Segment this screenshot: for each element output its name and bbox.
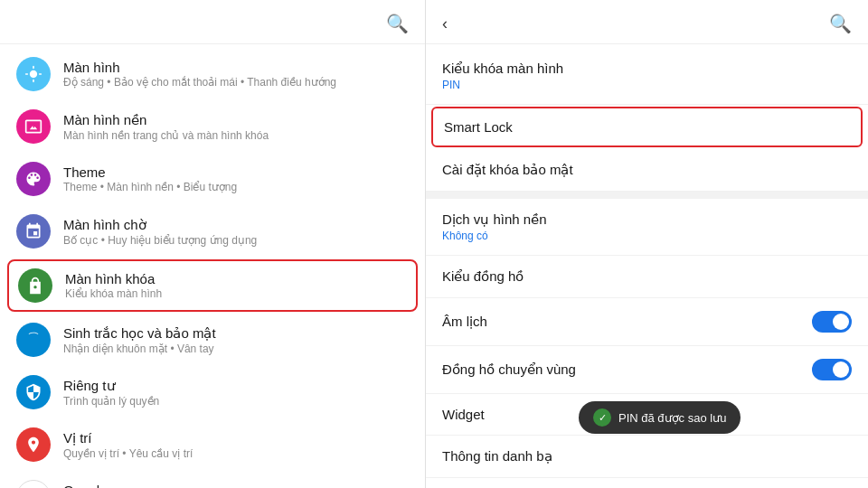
privacy-title: Riêng tư [63,378,409,394]
biometric-text: Sinh trắc học và bảo mậtNhận diện khuôn … [63,325,409,355]
right-item-row-wallpaper-service: Dịch vụ hình nềnKhông có [442,211,852,242]
toast-icon: ✓ [593,408,611,427]
right-item-security-settings[interactable]: Cài đặt khóa bảo mật [426,149,868,192]
biometric-icon [16,323,51,357]
back-icon[interactable]: ‹ [442,14,448,33]
sidebar-item-display[interactable]: Màn hìnhĐộ sáng • Bảo vệ cho mắt thoải m… [0,48,425,100]
sidebar-item-theme[interactable]: ThemeTheme • Màn hình nền • Biểu tượng [0,153,425,205]
display-text: Màn hìnhĐộ sáng • Bảo vệ cho mắt thoải m… [63,60,409,89]
right-item-title-security-settings: Cài đặt khóa bảo mật [442,162,573,178]
lockscreen-icon [18,268,52,303]
right-search-icon[interactable]: 🔍 [829,13,852,34]
location-text: Vị tríQuyền vị trí • Yêu cầu vị trí [63,430,409,460]
lockscreen-title: Màn hình khóa [65,271,407,286]
sidebar-item-aod[interactable]: Màn hình chờBố cục • Huy hiệu biểu tượng… [0,205,425,258]
left-list: Màn hìnhĐộ sáng • Bảo vệ cho mắt thoải m… [0,44,425,488]
aod-subtitle: Bố cục • Huy hiệu biểu tượng ứng dụng [63,234,409,247]
right-item-text-wallpaper-service: Dịch vụ hình nềnKhông có [442,211,547,242]
right-item-title-roaming-clock: Đồng hồ chuyển vùng [442,361,576,378]
divider [426,192,868,199]
right-item-title-wallpaper-service: Dịch vụ hình nền [442,211,547,228]
right-item-notifications[interactable]: Thông báoChỉ biểu tượng [426,478,868,488]
theme-text: ThemeTheme • Màn hình nền • Biểu tượng [63,164,409,193]
right-item-text-clock-style: Kiểu đồng hồ [442,268,524,285]
google-title: Google [63,483,409,488]
wallpaper-title: Màn hình nền [63,112,409,128]
right-item-row-security-settings: Cài đặt khóa bảo mật [442,162,852,178]
right-header-left: ‹ [442,14,455,33]
sidebar-item-wallpaper[interactable]: Màn hình nềnMàn hình nền trang chủ và mà… [0,100,425,153]
google-icon: G [16,480,51,488]
right-item-title-widget: Widget [442,407,485,422]
sidebar-item-privacy[interactable]: Riêng tưTrình quản lý quyền [0,366,425,418]
lockscreen-subtitle: Kiểu khóa màn hình [65,287,407,300]
right-item-title-smart-lock: Smart Lock [444,119,513,135]
lockscreen-text: Màn hình khóaKiểu khóa màn hình [65,271,407,300]
right-header: ‹ 🔍 [426,0,868,44]
privacy-text: Riêng tưTrình quản lý quyền [63,378,409,408]
location-title: Vị trí [63,430,409,446]
right-item-subtitle-lock-type: PIN [442,79,563,91]
right-item-row-lock-type: Kiểu khóa màn hìnhPIN [442,61,852,91]
right-item-contact-info[interactable]: Thông tin danh bạ [426,436,868,478]
right-item-title-contact-info: Thông tin danh bạ [442,448,552,465]
toggle-always-on[interactable] [812,311,852,333]
left-header: 🔍 [0,0,425,44]
biometric-subtitle: Nhận diện khuôn mặt • Vân tay [63,343,409,355]
right-item-roaming-clock[interactable]: Đồng hồ chuyển vùng [426,346,868,394]
right-item-lock-type[interactable]: Kiểu khóa màn hìnhPIN [426,48,868,105]
right-item-text-always-on: Âm lịch [442,314,487,330]
aod-title: Màn hình chờ [63,217,409,233]
wallpaper-subtitle: Màn hình nền trang chủ và màn hình khóa [63,129,409,142]
right-item-row-always-on: Âm lịch [442,311,852,333]
display-title: Màn hình [63,60,409,75]
left-search-icon[interactable]: 🔍 [386,13,409,34]
google-text: GoogleDịch vụ Google [63,483,409,488]
theme-subtitle: Theme • Màn hình nền • Biểu tượng [63,181,409,193]
toggle-roaming-clock[interactable] [812,359,852,380]
right-item-smart-lock[interactable]: Smart Lock [431,107,863,147]
sidebar-item-location[interactable]: Vị tríQuyền vị trí • Yêu cầu vị trí [0,418,425,471]
left-panel: 🔍 Màn hìnhĐộ sáng • Bảo vệ cho mắt thoải… [0,0,425,488]
right-item-row-contact-info: Thông tin danh bạ [442,448,852,465]
right-item-title-always-on: Âm lịch [442,314,487,330]
toast-text: PIN đã được sao lưu [618,411,726,425]
biometric-title: Sinh trắc học và bảo mật [63,325,409,342]
display-icon [16,57,51,91]
wallpaper-icon [16,109,51,144]
right-item-row-clock-style: Kiểu đồng hồ [442,268,852,285]
right-item-text-security-settings: Cài đặt khóa bảo mật [442,162,573,178]
wallpaper-text: Màn hình nềnMàn hình nền trang chủ và mà… [63,112,409,142]
right-item-subtitle-wallpaper-service: Không có [442,230,547,242]
right-item-wallpaper-service[interactable]: Dịch vụ hình nềnKhông có [426,199,868,256]
display-subtitle: Độ sáng • Bảo vệ cho mắt thoải mái • Tha… [63,76,409,89]
sidebar-item-biometric[interactable]: Sinh trắc học và bảo mậtNhận diện khuôn … [0,314,425,366]
sidebar-item-google[interactable]: GGoogleDịch vụ Google [0,471,425,488]
location-subtitle: Quyền vị trí • Yêu cầu vị trí [63,447,409,460]
right-item-text-lock-type: Kiểu khóa màn hìnhPIN [442,61,563,91]
right-item-text-widget: Widget [442,407,485,422]
right-item-text-contact-info: Thông tin danh bạ [442,448,552,465]
toast: ✓PIN đã được sao lưu [579,401,741,434]
right-item-title-lock-type: Kiểu khóa màn hình [442,61,563,77]
aod-text: Màn hình chờBố cục • Huy hiệu biểu tượng… [63,217,409,247]
right-item-text-roaming-clock: Đồng hồ chuyển vùng [442,361,576,378]
right-item-row-smart-lock: Smart Lock [444,119,850,135]
sidebar-item-lockscreen[interactable]: Màn hình khóaKiểu khóa màn hình [7,259,418,312]
right-item-title-clock-style: Kiểu đồng hồ [442,268,524,285]
aod-icon [16,214,51,249]
location-icon [16,427,51,462]
right-item-clock-style[interactable]: Kiểu đồng hồ [426,256,868,298]
right-item-always-on[interactable]: Âm lịch [426,298,868,346]
theme-icon [16,162,51,196]
privacy-icon [16,375,51,409]
right-item-text-smart-lock: Smart Lock [444,119,513,135]
theme-title: Theme [63,164,409,180]
right-item-row-roaming-clock: Đồng hồ chuyển vùng [442,359,852,380]
privacy-subtitle: Trình quản lý quyền [63,395,409,408]
